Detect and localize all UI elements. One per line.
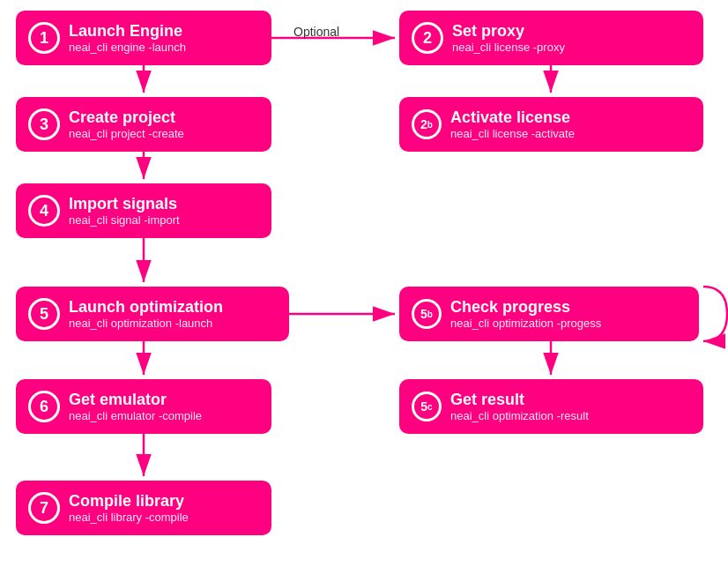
node-4: 4 Import signals neai_cli signal -import [16,183,271,238]
node-7-cmd: neai_cli library -compile [69,511,189,524]
node-1-number: 1 [28,22,60,54]
node-2b-cmd: neai_cli license -activate [450,127,575,140]
node-5c: 5c Get result neai_cli optimization -res… [399,379,703,434]
node-1-cmd: neai_cli engine -launch [69,41,186,54]
node-3-text: Create project neai_cli project -create [69,108,184,141]
node-3-title: Create project [69,108,184,128]
node-6-text: Get emulator neai_cli emulator -compile [69,391,202,423]
node-5c-title: Get result [450,391,589,410]
node-2-text: Set proxy neai_cli license -proxy [452,22,565,55]
node-5b-cmd: neai_cli optimization -progess [450,317,601,330]
node-5b-text: Check progress neai_cli optimization -pr… [450,298,601,331]
node-6-number: 6 [28,391,60,422]
node-2-title: Set proxy [452,22,565,41]
node-5c-number: 5c [412,392,442,422]
optional-label: Optional [293,25,339,39]
node-4-number: 4 [28,195,60,227]
node-2b-number: 2b [412,109,442,139]
node-4-text: Import signals neai_cli signal -import [69,195,180,228]
node-1: 1 Launch Engine neai_cli engine -launch [16,11,271,65]
node-5b: 5b Check progress neai_cli optimization … [399,287,699,341]
diagram: Optional 1 Launch Engine neai_cli engine… [0,0,728,567]
node-2b-text: Activate license neai_cli license -activ… [450,108,575,141]
node-4-cmd: neai_cli signal -import [69,213,180,227]
node-5c-text: Get result neai_cli optimization -result [450,391,589,423]
node-6: 6 Get emulator neai_cli emulator -compil… [16,379,271,434]
node-5: 5 Launch optimization neai_cli optimizat… [16,287,289,341]
node-3-number: 3 [28,108,60,140]
node-5-number: 5 [28,298,60,330]
node-7-number: 7 [28,492,60,524]
node-5-text: Launch optimization neai_cli optimizatio… [69,298,223,331]
node-2b-title: Activate license [450,108,575,128]
node-7-title: Compile library [69,492,189,511]
node-5b-number: 5b [412,299,442,329]
node-5c-cmd: neai_cli optimization -result [450,409,589,422]
node-2b: 2b Activate license neai_cli license -ac… [399,97,703,152]
node-5-title: Launch optimization [69,298,223,317]
node-2: 2 Set proxy neai_cli license -proxy [399,11,703,65]
node-7-text: Compile library neai_cli library -compil… [69,492,189,525]
node-4-title: Import signals [69,195,180,214]
node-7: 7 Compile library neai_cli library -comp… [16,481,271,535]
node-1-title: Launch Engine [69,22,186,41]
node-5-cmd: neai_cli optimization -launch [69,317,223,330]
node-3: 3 Create project neai_cli project -creat… [16,97,271,152]
node-1-text: Launch Engine neai_cli engine -launch [69,22,186,55]
node-6-cmd: neai_cli emulator -compile [69,409,202,422]
node-6-title: Get emulator [69,391,202,410]
node-2-number: 2 [412,22,443,54]
node-3-cmd: neai_cli project -create [69,127,184,140]
node-2-cmd: neai_cli license -proxy [452,41,565,54]
node-5b-title: Check progress [450,298,601,317]
